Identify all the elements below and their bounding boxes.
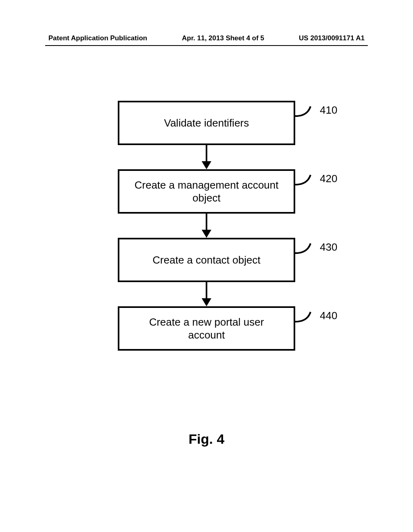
header-rule: [45, 45, 368, 46]
step-label: Create a contact object: [152, 254, 260, 267]
callout-curve-icon: [295, 310, 317, 326]
arrow-down-icon: [200, 214, 213, 238]
step-box: Validate identifiers: [118, 101, 295, 145]
callout-ref: 440: [320, 310, 337, 322]
callout-curve-icon: [295, 172, 317, 189]
step-label: Create a new portal user account: [131, 316, 282, 342]
figure-caption: Fig. 4: [0, 431, 413, 447]
callout-ref: 410: [320, 104, 337, 116]
flowchart-step: Create a contact object 430: [118, 238, 295, 282]
flowchart-step: Validate identifiers 410: [118, 101, 295, 145]
header-left: Patent Application Publication: [48, 34, 147, 42]
step-label: Validate identifiers: [164, 116, 249, 130]
header-right: US 2013/0091171 A1: [299, 34, 365, 42]
callout: 440: [295, 310, 337, 326]
page-header: Patent Application Publication Apr. 11, …: [0, 34, 413, 42]
callout: 420: [295, 172, 337, 189]
step-box: Create a contact object: [118, 238, 295, 282]
svg-marker-1: [202, 161, 211, 169]
callout-curve-icon: [295, 104, 317, 120]
flowchart-step: Create a management account object 420: [118, 169, 295, 214]
header-center: Apr. 11, 2013 Sheet 4 of 5: [182, 34, 264, 42]
svg-marker-3: [202, 230, 211, 238]
step-box: Create a new portal user account: [118, 306, 295, 351]
step-box: Create a management account object: [118, 169, 295, 214]
flow-arrow: [200, 145, 213, 169]
callout: 430: [295, 241, 337, 257]
svg-marker-5: [202, 298, 211, 306]
step-label: Create a management account object: [131, 179, 282, 205]
callout-ref: 430: [320, 241, 337, 254]
callout-ref: 420: [320, 172, 337, 185]
arrow-down-icon: [200, 282, 213, 306]
callout-curve-icon: [295, 241, 317, 257]
callout: 410: [295, 104, 337, 120]
flow-arrow: [200, 214, 213, 238]
arrow-down-icon: [200, 145, 213, 169]
flowchart: Validate identifiers 410 Create a manage…: [0, 101, 413, 351]
flowchart-step: Create a new portal user account 440: [118, 306, 295, 351]
flow-arrow: [200, 282, 213, 306]
